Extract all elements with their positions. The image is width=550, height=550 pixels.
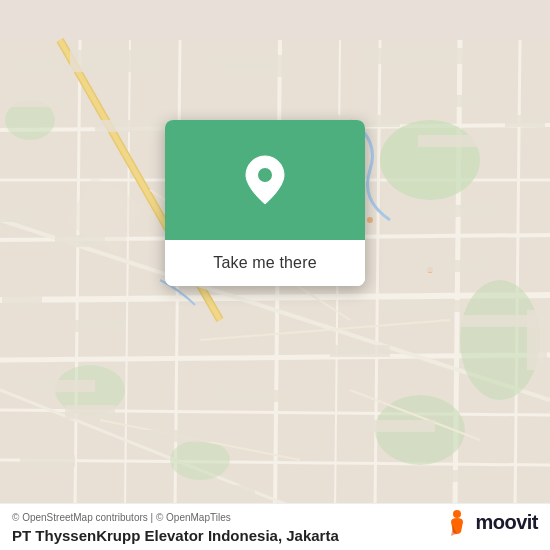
svg-point-25 <box>170 440 230 480</box>
take-me-there-button[interactable]: Take me there <box>165 240 365 286</box>
svg-rect-56 <box>440 470 480 482</box>
svg-rect-62 <box>418 205 498 217</box>
svg-rect-30 <box>450 95 480 107</box>
svg-rect-26 <box>10 60 65 72</box>
svg-rect-45 <box>75 320 125 332</box>
svg-rect-48 <box>330 345 390 357</box>
svg-rect-49 <box>15 380 95 392</box>
svg-point-20 <box>380 120 480 200</box>
moovit-logo: moovit <box>443 508 538 536</box>
svg-rect-52 <box>145 430 210 442</box>
svg-rect-51 <box>215 390 285 402</box>
location-pin-icon <box>243 154 287 206</box>
location-card: Take me there <box>165 120 365 286</box>
svg-rect-34 <box>418 135 488 147</box>
moovit-icon <box>443 508 471 536</box>
map-container: Take me there © OpenStreetMap contributo… <box>0 0 550 550</box>
svg-rect-64 <box>0 210 35 222</box>
svg-rect-50 <box>65 405 115 419</box>
svg-rect-57 <box>527 310 547 370</box>
bottom-bar: © OpenStreetMap contributors | © OpenMap… <box>0 503 550 550</box>
svg-rect-31 <box>10 95 75 107</box>
svg-rect-29 <box>365 48 465 64</box>
svg-rect-28 <box>210 55 290 77</box>
svg-rect-27 <box>70 50 160 72</box>
svg-rect-35 <box>505 115 545 127</box>
svg-point-65 <box>258 168 272 182</box>
svg-rect-55 <box>195 485 255 497</box>
svg-rect-46 <box>390 300 465 312</box>
moovit-brand-text: moovit <box>475 511 538 534</box>
svg-rect-63 <box>418 260 488 272</box>
svg-point-66 <box>453 510 461 518</box>
card-map-area <box>165 120 365 240</box>
svg-rect-54 <box>360 420 435 432</box>
svg-rect-32 <box>95 120 175 132</box>
svg-rect-59 <box>2 295 42 307</box>
svg-point-39 <box>367 217 373 223</box>
svg-rect-47 <box>460 315 535 327</box>
svg-rect-53 <box>20 455 75 467</box>
